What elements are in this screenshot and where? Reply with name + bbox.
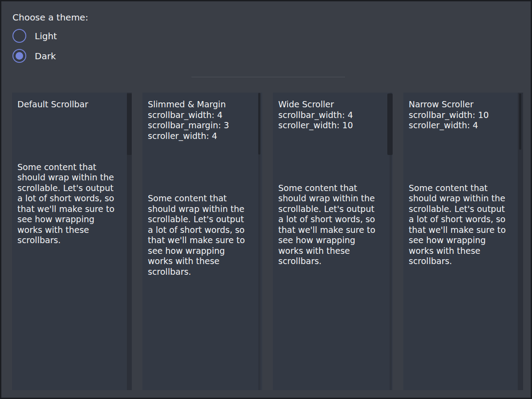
panels-row: Default Scrollbar Some content that shou… bbox=[12, 93, 523, 390]
scroll-panel-narrow-scroller: Narrow Scroller scrollbar_width: 10 scro… bbox=[403, 93, 523, 390]
radio-button-dark-icon[interactable] bbox=[12, 49, 26, 63]
scroll-panel-default: Default Scrollbar Some content that shou… bbox=[12, 93, 132, 390]
panel-title: Default Scrollbar bbox=[12, 93, 132, 110]
scrollbar-thumb[interactable] bbox=[127, 94, 132, 155]
radio-dot-unselected bbox=[16, 32, 23, 40]
panel-title: Wide Scroller scrollbar_width: 4 scrolle… bbox=[273, 93, 393, 131]
radio-dot-selected bbox=[16, 52, 23, 60]
app-window: Choose a theme: Light Dark Default Scrol… bbox=[0, 0, 532, 399]
radio-option-light[interactable]: Light bbox=[12, 29, 88, 43]
scroll-panel-wide-scroller: Wide Scroller scrollbar_width: 4 scrolle… bbox=[273, 93, 393, 390]
panel-body-text: Some content that should wrap within the… bbox=[12, 162, 132, 246]
scrollbar-thumb[interactable] bbox=[387, 94, 393, 155]
panel-body-text: Some content that should wrap within the… bbox=[142, 193, 262, 277]
scrollbar-thumb[interactable] bbox=[519, 94, 521, 150]
section-divider bbox=[191, 77, 345, 77]
radio-button-light-icon[interactable] bbox=[12, 29, 26, 43]
panel-body-text: Some content that should wrap within the… bbox=[403, 183, 523, 267]
theme-chooser: Choose a theme: Light Dark bbox=[12, 12, 88, 63]
scroll-panel-slimmed-margin: Slimmed & Margin scrollbar_width: 4 scro… bbox=[142, 93, 262, 390]
scrollbar-thumb[interactable] bbox=[258, 93, 260, 155]
theme-chooser-label: Choose a theme: bbox=[12, 12, 88, 23]
panel-title: Narrow Scroller scrollbar_width: 10 scro… bbox=[403, 93, 523, 131]
panel-body-text: Some content that should wrap within the… bbox=[273, 183, 393, 267]
radio-label-light: Light bbox=[35, 31, 57, 41]
panel-title: Slimmed & Margin scrollbar_width: 4 scro… bbox=[142, 93, 262, 141]
radio-option-dark[interactable]: Dark bbox=[12, 49, 88, 63]
radio-label-dark: Dark bbox=[35, 51, 56, 61]
